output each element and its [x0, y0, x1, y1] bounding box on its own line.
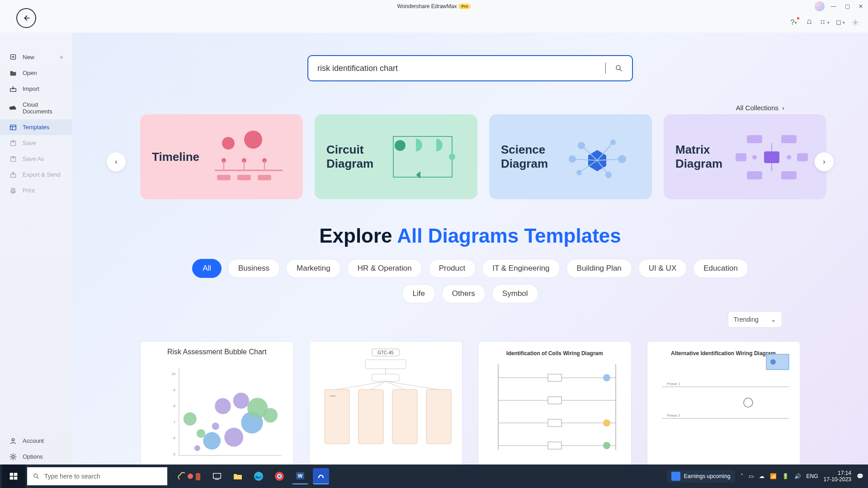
- category-card-circuit-diagram[interactable]: CircuitDiagram: [315, 114, 477, 199]
- taskbar-word-icon[interactable]: W: [292, 468, 308, 484]
- filter-chip-others[interactable]: Others: [442, 284, 486, 303]
- search-input-wrapper[interactable]: [307, 55, 633, 81]
- svg-rect-104: [548, 374, 561, 381]
- svg-point-23: [12, 438, 14, 441]
- taskbar-news[interactable]: Earnings upcoming: [667, 470, 735, 483]
- settings-icon[interactable]: [851, 18, 860, 27]
- shirt-icon[interactable]: ▾: [835, 18, 844, 27]
- filter-chip-education[interactable]: Education: [693, 259, 748, 278]
- tray-onedrive-icon[interactable]: ☁: [759, 473, 764, 479]
- sidebar-item-new[interactable]: New+: [0, 49, 72, 65]
- sidebar: New+OpenImportCloud DocumentsTemplatesSa…: [0, 33, 72, 465]
- search-input[interactable]: [317, 64, 603, 73]
- svg-text:GTC-45: GTC-45: [377, 350, 394, 355]
- tray-notifications-icon[interactable]: 💬: [857, 473, 863, 479]
- svg-point-76: [197, 429, 205, 438]
- filter-chip-marketing[interactable]: Marketing: [286, 259, 341, 278]
- svg-rect-129: [196, 473, 200, 480]
- tray-volume-icon[interactable]: 🔊: [794, 473, 801, 479]
- search-icon[interactable]: [615, 64, 623, 72]
- content: All Collections › ‹ › TimelineCircuitDia…: [72, 33, 868, 465]
- svg-rect-130: [213, 474, 221, 479]
- taskbar-explorer-icon[interactable]: [230, 468, 246, 484]
- svg-text:10: 10: [171, 372, 175, 376]
- user-avatar-icon[interactable]: [815, 1, 825, 11]
- plus-icon[interactable]: +: [60, 53, 63, 61]
- category-card-science-diagram[interactable]: ScienceDiagram: [489, 114, 652, 199]
- svg-rect-56: [764, 151, 779, 163]
- cards-next-button[interactable]: ›: [815, 152, 834, 171]
- sort-select[interactable]: Trending ⌄: [728, 311, 782, 328]
- taskbar-edrawmax-icon[interactable]: [313, 468, 329, 484]
- category-card-matrix-diagram[interactable]: MatrixDiagram: [664, 114, 826, 199]
- bell-icon[interactable]: [805, 18, 814, 27]
- sidebar-item-import[interactable]: Import: [0, 81, 72, 97]
- sidebar-item-export-send: Export & Send: [0, 167, 72, 183]
- filter-chip-all[interactable]: All: [192, 259, 222, 278]
- taskbar-search[interactable]: Type here to search: [27, 467, 167, 485]
- svg-rect-35: [258, 175, 271, 180]
- template-card[interactable]: GTC-45• itemHazard Identification Mind M…: [309, 341, 463, 465]
- taskbar-edge-icon[interactable]: [250, 468, 267, 484]
- cloud-icon: [9, 105, 17, 111]
- sidebar-item-open[interactable]: Open: [0, 65, 72, 81]
- filter-chips: AllBusinessMarketingHR & OperationProduc…: [90, 259, 850, 303]
- sidebar-item-label: Print: [23, 187, 35, 194]
- windows-taskbar: Type here to search W Earnings upcoming …: [0, 465, 868, 488]
- sidebar-item-options[interactable]: Options: [0, 449, 72, 465]
- filter-chip-hr-operation[interactable]: HR & Operation: [347, 259, 422, 278]
- filter-chip-building-plan[interactable]: Building Plan: [566, 259, 632, 278]
- template-icon: [9, 124, 17, 131]
- tray-chevron-icon[interactable]: ˄: [741, 473, 743, 479]
- filter-chip-ui-ux[interactable]: UI & UX: [638, 259, 687, 278]
- sidebar-item-cloud-documents[interactable]: Cloud Documents: [0, 97, 72, 119]
- svg-point-42: [449, 154, 455, 160]
- sidebar-item-templates[interactable]: Templates: [0, 119, 72, 135]
- sidebar-item-label: Save As: [23, 155, 44, 162]
- filter-chip-business[interactable]: Business: [228, 259, 280, 278]
- close-button[interactable]: ✕: [856, 2, 865, 11]
- svg-rect-18: [12, 156, 14, 158]
- svg-point-85: [194, 445, 200, 451]
- svg-point-5: [854, 22, 856, 23]
- svg-point-84: [203, 432, 221, 450]
- taskbar-chrome-icon[interactable]: [271, 468, 288, 484]
- svg-point-25: [616, 66, 620, 70]
- help-icon[interactable]: ?▾: [789, 18, 798, 27]
- template-card[interactable]: Identification of Coils Wiring Diagram: [478, 341, 632, 465]
- filter-chip-life[interactable]: Life: [402, 284, 435, 303]
- all-collections-link[interactable]: All Collections ›: [90, 104, 850, 112]
- template-preview-title: Risk Assessment Bubble Chart: [147, 348, 287, 356]
- heading-prefix: Explore: [319, 225, 397, 247]
- svg-rect-21: [12, 188, 14, 190]
- svg-rect-93: [392, 389, 417, 444]
- tray-meet-icon[interactable]: ▭: [749, 473, 754, 479]
- sidebar-item-label: Options: [23, 453, 43, 460]
- template-card[interactable]: Risk Assessment Bubble Chart1098765: [140, 341, 294, 465]
- taskbar-taskview-icon[interactable]: [209, 468, 225, 484]
- tray-wifi-icon[interactable]: 📶: [770, 473, 777, 479]
- filter-chip-symbol[interactable]: Symbol: [492, 284, 538, 303]
- template-card[interactable]: Alternative Identification Wiring Diagra…: [647, 341, 801, 465]
- svg-text:Identification of Coils Wiring: Identification of Coils Wiring Diagram: [506, 350, 603, 357]
- apps-icon[interactable]: ▾: [820, 18, 829, 27]
- minimize-button[interactable]: —: [829, 2, 838, 11]
- news-icon: [671, 472, 680, 481]
- sidebar-item-label: Templates: [23, 124, 49, 131]
- svg-point-112: [603, 419, 610, 427]
- start-button[interactable]: [2, 465, 25, 488]
- back-button[interactable]: [16, 8, 36, 28]
- template-preview: GTC-45• item: [310, 342, 462, 459]
- sidebar-item-account[interactable]: Account: [0, 433, 72, 449]
- category-card-timeline[interactable]: Timeline: [140, 114, 303, 199]
- taskbar-weather-icon[interactable]: [173, 468, 204, 484]
- tray-clock[interactable]: 17:14 17-10-2023: [824, 470, 851, 483]
- tray-lang[interactable]: ENG: [807, 473, 818, 479]
- cards-prev-button[interactable]: ‹: [107, 152, 126, 171]
- tray-battery-icon[interactable]: 🔋: [782, 473, 789, 479]
- maximize-button[interactable]: ▢: [843, 2, 852, 11]
- filter-chip-it-engineering[interactable]: IT & Engineering: [482, 259, 560, 278]
- filter-chip-product[interactable]: Product: [429, 259, 476, 278]
- svg-point-78: [215, 398, 231, 414]
- top-toolbar: ?▾ ▾ ▾: [0, 13, 868, 33]
